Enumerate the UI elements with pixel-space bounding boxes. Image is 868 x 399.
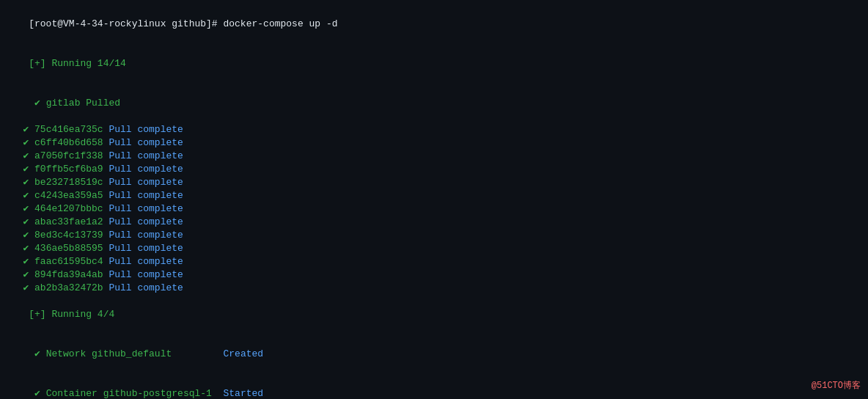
- gitlab-pulled: ✔ gitlab Pulled: [29, 98, 120, 109]
- terminal-window: [root@VM-4-34-rockylinux github]# docker…: [0, 0, 868, 399]
- container-postgresql-line: ✔ Container github-postgresql-1 Started: [6, 374, 862, 399]
- pull-line-7: ✔ 464e1207bbbc Pull complete: [6, 202, 862, 216]
- running-4-4: [+] Running 4/4: [6, 295, 862, 334]
- terminal-line-1: [root@VM-4-34-rockylinux github]# docker…: [6, 4, 862, 44]
- pull-line-5: ✔ be232718519c Pull complete: [6, 176, 862, 189]
- pull-line-6: ✔ c4243ea359a5 Pull complete: [6, 189, 862, 202]
- command-text: docker-compose up -d: [223, 18, 337, 29]
- pull-line-13: ✔ ab2b3a32472b Pull complete: [6, 282, 862, 295]
- pull-line-10: ✔ 436ae5b88595 Pull complete: [6, 242, 862, 255]
- pull-line-12: ✔ 894fda39a4ab Pull complete: [6, 268, 862, 282]
- pull-line-9: ✔ 8ed3c4c13739 Pull complete: [6, 229, 862, 242]
- pull-line-1: ✔ 75c416ea735c Pull complete: [6, 123, 862, 136]
- watermark: @51CTO博客: [812, 379, 861, 392]
- prompt-text: [root@VM-4-34-rockylinux github]#: [29, 18, 223, 29]
- pull-line-8: ✔ abac33fae1a2 Pull complete: [6, 216, 862, 229]
- running-status: [+] Running 14/14: [29, 58, 126, 69]
- pull-line-3: ✔ a7050fc1f338 Pull complete: [6, 150, 862, 163]
- pull-line-11: ✔ faac61595bc4 Pull complete: [6, 255, 862, 268]
- terminal-line-2: [+] Running 14/14: [6, 44, 862, 84]
- terminal-line-3: ✔ gitlab Pulled: [6, 84, 862, 123]
- network-line: ✔ Network github_default Created: [6, 334, 862, 374]
- pull-line-2: ✔ c6ff40b6d658 Pull complete: [6, 136, 862, 150]
- pull-line-4: ✔ f0ffb5cf6ba9 Pull complete: [6, 163, 862, 176]
